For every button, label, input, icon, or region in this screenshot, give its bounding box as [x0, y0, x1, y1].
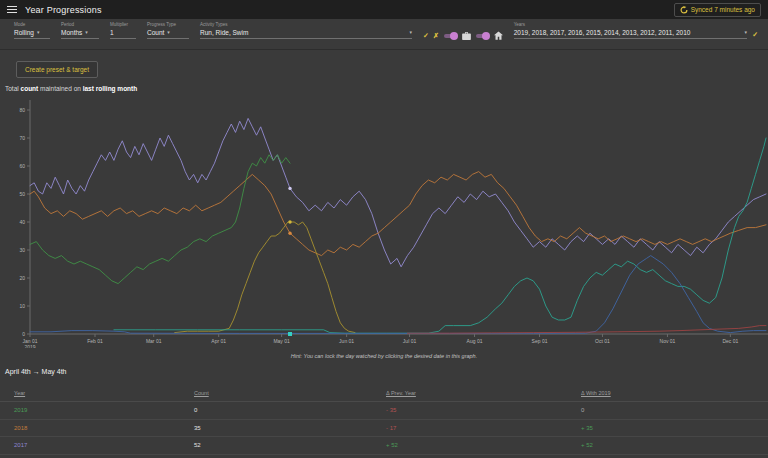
chevron-down-icon: ▾ — [37, 30, 40, 35]
activity-filter-actions: ✓ ✗ — [423, 31, 503, 40]
period-value: Months — [61, 29, 82, 36]
multiplier-label: Multiplier — [110, 22, 136, 27]
chevron-down-icon: ▾ — [251, 30, 412, 35]
create-preset-target-button[interactable]: Create preset & target — [16, 61, 98, 78]
y-tick-label: 80 — [19, 107, 25, 113]
chart-title: Total count maintained on last rolling m… — [5, 85, 768, 92]
delta-prev-cell: + 52 — [386, 442, 581, 448]
x-tick-label: Apr 01 — [211, 338, 226, 344]
delta-prev-cell: - 17 — [386, 425, 581, 431]
table-row[interactable]: 201752+ 52+ 52 — [0, 437, 768, 455]
count-cell: 35 — [194, 425, 386, 431]
watched-range-heading: April 4th → May 4th — [5, 368, 768, 375]
y-tick-label: 50 — [19, 191, 25, 197]
y-tick-label: 0 — [22, 331, 25, 337]
watched-2018-marker — [288, 232, 291, 235]
chart-area: 01020304050607080Jan 012019Feb 01Mar 01A… — [0, 94, 768, 352]
x-tick-sublabel: 2019 — [24, 344, 35, 349]
period-label: Period — [61, 22, 99, 27]
line-series-teal — [114, 138, 766, 333]
x-tick-label: Aug 01 — [467, 338, 483, 344]
progress-type-label: Progress Type — [147, 22, 189, 27]
x-tick-label: Mar 01 — [146, 338, 162, 344]
home-toggle[interactable] — [475, 32, 490, 40]
multiplier-input[interactable]: Multiplier 1 — [110, 22, 136, 39]
mode-label: Mode — [14, 22, 50, 27]
x-tick-label: Sep 01 — [532, 338, 548, 344]
count-cell: 52 — [194, 442, 386, 448]
table-header-row: Year Count Δ Prev. Year Δ With 2019 — [0, 386, 768, 402]
table-row[interactable]: 201835- 17+ 35 — [0, 420, 768, 438]
confirm-icon[interactable]: ✓ — [752, 31, 758, 38]
x-tick-label: Nov 01 — [660, 338, 676, 344]
line-year-2018 — [30, 172, 766, 256]
years-select[interactable]: Years 2019, 2018, 2017, 2016, 2015, 2014… — [514, 22, 747, 39]
watched-2019-marker — [288, 332, 292, 336]
commute-toggle[interactable] — [443, 32, 458, 40]
period-select[interactable]: Period Months▾ — [61, 22, 99, 39]
arrow-right-icon: → — [33, 368, 40, 375]
progression-table: Year Count Δ Prev. Year Δ With 2019 2019… — [0, 386, 768, 455]
menu-icon[interactable] — [7, 6, 17, 14]
y-tick-label: 10 — [19, 303, 25, 309]
mode-select[interactable]: Mode Rolling▾ — [14, 22, 50, 39]
sync-icon — [680, 6, 688, 14]
sync-status-button[interactable]: Synced 7 minutes ago — [674, 3, 761, 17]
briefcase-icon — [462, 32, 471, 40]
settings-toolbar: Mode Rolling▾ Period Months▾ Multiplier … — [0, 19, 768, 50]
x-tick-label: May 01 — [273, 338, 290, 344]
column-header-delta-prev[interactable]: Δ Prev. Year — [386, 390, 581, 396]
delta-2019-cell: 0 — [581, 407, 768, 413]
years-actions: ✓ — [752, 31, 758, 38]
line-series-blue — [30, 256, 766, 334]
line-year-2019 — [30, 155, 290, 284]
progress-type-select[interactable]: Progress Type Count▾ — [147, 22, 189, 39]
chevron-down-icon: ▾ — [167, 30, 170, 35]
y-tick-label: 30 — [19, 247, 25, 253]
range-to: May 4th — [42, 368, 67, 375]
watched-2017-marker — [288, 187, 291, 190]
home-icon — [494, 31, 503, 40]
column-header-year[interactable]: Year — [0, 390, 194, 396]
chart-hint: Hint: You can lock the day watched by cl… — [0, 353, 768, 359]
delta-prev-cell: - 35 — [386, 407, 581, 413]
line-series-olive — [175, 222, 355, 333]
column-header-delta-2019[interactable]: Δ With 2019 — [581, 390, 768, 396]
y-tick-label: 40 — [19, 219, 25, 225]
watched-olive-marker — [288, 220, 291, 223]
mode-value: Rolling — [14, 29, 34, 36]
y-tick-label: 70 — [19, 135, 25, 141]
years-value: 2019, 2018, 2017, 2016, 2015, 2014, 2013… — [514, 29, 691, 36]
range-from: April 4th — [5, 368, 31, 375]
confirm-icon[interactable]: ✓ — [423, 32, 429, 39]
y-tick-label: 20 — [19, 275, 25, 281]
activity-types-label: Activity Types — [200, 22, 412, 27]
activity-types-select[interactable]: Activity Types Run, Ride, Swim▾ — [200, 22, 412, 39]
y-tick-label: 60 — [19, 163, 25, 169]
progress-type-value: Count — [147, 29, 164, 36]
clear-icon[interactable]: ✗ — [433, 32, 439, 39]
multiplier-value: 1 — [110, 29, 114, 36]
year-cell: 2019 — [0, 407, 194, 413]
table-row[interactable]: 20190- 350 — [0, 402, 768, 420]
x-tick-label: Jul 01 — [403, 338, 417, 344]
sync-status-label: Synced 7 minutes ago — [691, 6, 755, 13]
year-cell: 2017 — [0, 442, 194, 448]
x-tick-label: Feb 01 — [87, 338, 103, 344]
x-tick-label: Dec 01 — [722, 338, 738, 344]
activity-types-value: Run, Ride, Swim — [200, 29, 248, 36]
chevron-down-icon: ▾ — [693, 30, 747, 35]
x-tick-label: Jun 01 — [339, 338, 354, 344]
year-cell: 2018 — [0, 425, 194, 431]
app-bar: Year Progressions Synced 7 minutes ago — [0, 0, 768, 19]
count-cell: 0 — [194, 407, 386, 413]
column-header-count[interactable]: Count — [194, 390, 386, 396]
line-series-red — [407, 326, 766, 334]
delta-2019-cell: + 35 — [581, 425, 768, 431]
page-title: Year Progressions — [25, 5, 102, 15]
chevron-down-icon: ▾ — [85, 30, 88, 35]
x-tick-label: Oct 01 — [595, 338, 610, 344]
progression-chart[interactable]: 01020304050607080Jan 012019Feb 01Mar 01A… — [0, 94, 768, 348]
years-label: Years — [514, 22, 747, 27]
progression-table-body: 20190- 350201835- 17+ 35201752+ 52+ 52 — [0, 402, 768, 455]
